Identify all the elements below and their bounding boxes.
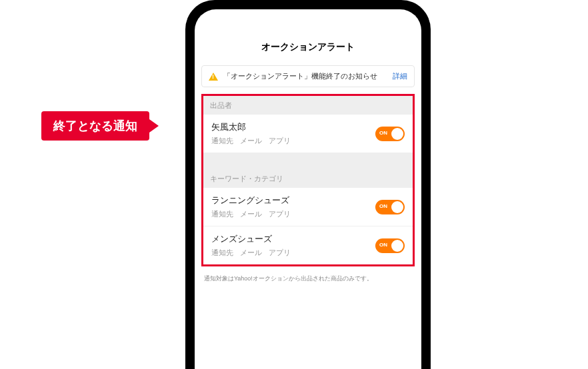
footnote-text: 通知対象はYahoo!オークションから出品された商品のみです。 [195, 270, 421, 287]
item-subtitle: 通知先メールアプリ [211, 209, 375, 219]
notice-text: 「オークションアラート」機能終了のお知らせ [223, 71, 387, 81]
highlighted-section: 出品者 矢風太郎 通知先メールアプリ ON キーワード・カテゴリ [201, 94, 415, 266]
notice-banner[interactable]: 「オークションアラート」機能終了のお知らせ 詳細 [201, 65, 415, 87]
phone-frame: オークションアラート 「オークションアラート」機能終了のお知らせ 詳細 出品者 … [185, 0, 431, 369]
list-item[interactable]: 矢風太郎 通知先メールアプリ ON [203, 115, 413, 153]
toggle-on[interactable]: ON [375, 238, 405, 253]
app-header: オークションアラート [195, 9, 421, 61]
toggle-on[interactable]: ON [375, 200, 405, 214]
item-subtitle: 通知先メールアプリ [211, 136, 375, 146]
section-label-seller: 出品者 [203, 96, 413, 115]
toggle-on[interactable]: ON [375, 127, 405, 141]
toggle-label: ON [379, 242, 387, 248]
item-title: メンズシューズ [211, 233, 375, 245]
list-item[interactable]: メンズシューズ 通知先メールアプリ ON [203, 226, 413, 264]
toggle-label: ON [379, 130, 387, 136]
page-title: オークションアラート [261, 41, 355, 53]
toggle-label: ON [379, 203, 387, 209]
callout-ending-notification: 終了となる通知 [41, 111, 149, 141]
item-title: 矢風太郎 [211, 121, 375, 133]
item-subtitle: 通知先メールアプリ [211, 248, 375, 258]
section-gap [203, 153, 413, 169]
item-title: ランニングシューズ [211, 194, 375, 206]
notice-detail-link[interactable]: 詳細 [393, 71, 407, 81]
warning-icon [209, 73, 218, 81]
section-label-keyword: キーワード・カテゴリ [203, 169, 413, 188]
list-item[interactable]: ランニングシューズ 通知先メールアプリ ON [203, 188, 413, 226]
